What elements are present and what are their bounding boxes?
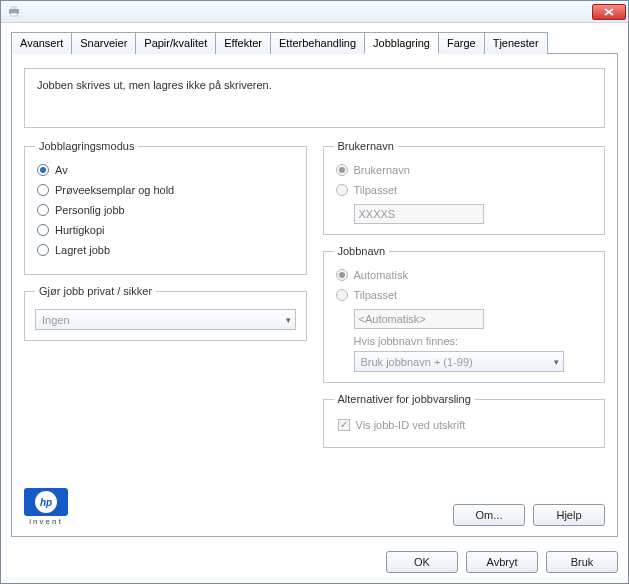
jobname-legend: Jobbnavn xyxy=(334,245,390,257)
about-button[interactable]: Om... xyxy=(453,504,525,526)
radio-storage-av[interactable]: Av xyxy=(37,164,296,176)
help-button-label: Hjelp xyxy=(556,509,581,521)
jobname-input xyxy=(354,309,484,329)
jobname-exists-label: Hvis jobbnavn finnes: xyxy=(354,335,595,347)
group-jobname: Jobbnavn Automatisk Tilpasset Hvis jobbn… xyxy=(323,245,606,383)
tab-jobblagring[interactable]: Jobblagring xyxy=(364,32,439,54)
private-legend: Gjør jobb privat / sikker xyxy=(35,285,156,297)
radio-storage-personlig-jobb[interactable]: Personlig jobb xyxy=(37,204,296,216)
group-private: Gjør jobb privat / sikker Ingen ▾ xyxy=(24,285,307,341)
tab-etterbehandling[interactable]: Etterbehandling xyxy=(270,32,365,54)
storage-mode-legend: Jobblagringsmodus xyxy=(35,140,138,152)
radio-storage-pr-veeksemplar-og-hold[interactable]: Prøveeksemplar og hold xyxy=(37,184,296,196)
hp-logo-text: hp xyxy=(35,491,57,513)
cancel-button[interactable]: Avbryt xyxy=(466,551,538,573)
radio-storage-label: Hurtigkopi xyxy=(55,224,105,236)
svg-rect-2 xyxy=(11,13,17,16)
apply-button[interactable]: Bruk xyxy=(546,551,618,573)
radio-username-user: Brukernavn xyxy=(336,164,595,176)
jobname-exists-value: Bruk jobbnavn + (1-99) xyxy=(361,356,473,368)
radio-username-user-label: Brukernavn xyxy=(354,164,410,176)
tab-panel-jobblagring: Jobben skrives ut, men lagres ikke på sk… xyxy=(11,54,618,537)
printer-icon xyxy=(7,4,21,20)
chevron-down-icon: ▾ xyxy=(554,357,559,367)
tab-farge[interactable]: Farge xyxy=(438,32,485,54)
username-legend: Brukernavn xyxy=(334,140,398,152)
checkbox-show-jobid-label: Vis jobb-ID ved utskrift xyxy=(356,419,466,431)
jobname-exists-select: Bruk jobbnavn + (1-99) ▾ xyxy=(354,351,564,372)
tab-tjenester[interactable]: Tjenester xyxy=(484,32,548,54)
cancel-button-label: Avbryt xyxy=(487,556,518,568)
print-properties-dialog: AvansertSnarveierPapir/kvalitetEffekterE… xyxy=(0,0,629,584)
username-input xyxy=(354,204,484,224)
radio-jobname-auto-label: Automatisk xyxy=(354,269,408,281)
help-button[interactable]: Hjelp xyxy=(533,504,605,526)
svg-rect-1 xyxy=(11,6,17,9)
radio-username-custom-label: Tilpasset xyxy=(354,184,398,196)
notify-legend: Alternativer for jobbvarsling xyxy=(334,393,475,405)
dialog-footer: OK Avbryt Bruk xyxy=(1,543,628,583)
radio-storage-label: Prøveeksemplar og hold xyxy=(55,184,174,196)
tab-papir-kvalitet[interactable]: Papir/kvalitet xyxy=(135,32,216,54)
tab-effekter[interactable]: Effekter xyxy=(215,32,271,54)
apply-button-label: Bruk xyxy=(571,556,594,568)
tab-avansert[interactable]: Avansert xyxy=(11,32,72,54)
hp-logo-sub: invent xyxy=(29,517,62,526)
titlebar xyxy=(1,1,628,23)
info-box: Jobben skrives ut, men lagres ikke på sk… xyxy=(24,68,605,128)
ok-button-label: OK xyxy=(414,556,430,568)
private-select-value: Ingen xyxy=(42,314,70,326)
checkbox-show-jobid-row: ✓ Vis jobb-ID ved utskrift xyxy=(338,419,595,431)
radio-jobname-auto: Automatisk xyxy=(336,269,595,281)
about-button-label: Om... xyxy=(476,509,503,521)
radio-storage-hurtigkopi[interactable]: Hurtigkopi xyxy=(37,224,296,236)
radio-storage-lagret-jobb[interactable]: Lagret jobb xyxy=(37,244,296,256)
private-select: Ingen ▾ xyxy=(35,309,296,330)
radio-storage-label: Av xyxy=(55,164,68,176)
radio-jobname-custom-label: Tilpasset xyxy=(354,289,398,301)
tab-snarveier[interactable]: Snarveier xyxy=(71,32,136,54)
tab-strip: AvansertSnarveierPapir/kvalitetEffekterE… xyxy=(11,31,618,54)
chevron-down-icon: ▾ xyxy=(286,315,291,325)
checkbox-show-jobid: ✓ xyxy=(338,419,350,431)
group-username: Brukernavn Brukernavn Tilpasset xyxy=(323,140,606,235)
info-text: Jobben skrives ut, men lagres ikke på sk… xyxy=(37,79,272,91)
radio-jobname-custom: Tilpasset xyxy=(336,289,595,301)
radio-username-custom: Tilpasset xyxy=(336,184,595,196)
hp-logo: hp invent xyxy=(24,488,68,526)
group-storage-mode: Jobblagringsmodus AvPrøveeksemplar og ho… xyxy=(24,140,307,275)
group-notify: Alternativer for jobbvarsling ✓ Vis jobb… xyxy=(323,393,606,448)
ok-button[interactable]: OK xyxy=(386,551,458,573)
radio-storage-label: Lagret jobb xyxy=(55,244,110,256)
radio-storage-label: Personlig jobb xyxy=(55,204,125,216)
close-button[interactable] xyxy=(592,4,626,20)
